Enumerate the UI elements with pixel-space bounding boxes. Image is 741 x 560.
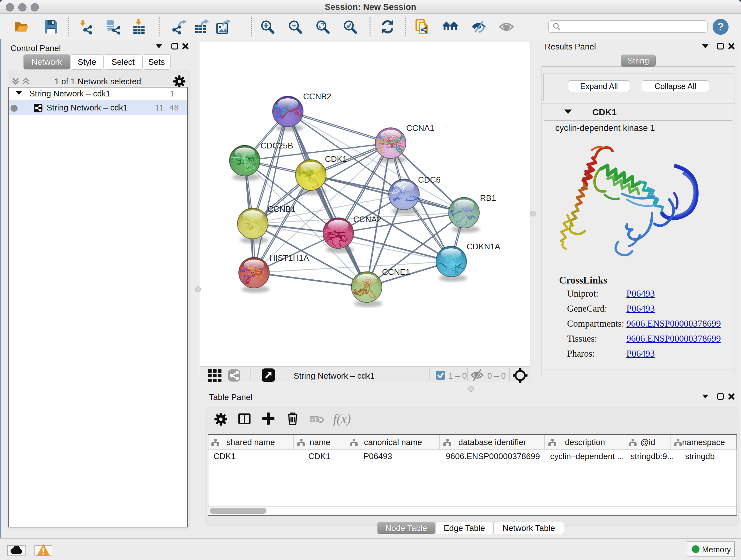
svg-text:?: ? <box>718 20 724 33</box>
svg-text:CDKN1A: CDKN1A <box>467 242 500 251</box>
svg-text:CCNB1: CCNB1 <box>267 204 295 214</box>
svg-text:CCNA2: CCNA2 <box>353 214 381 224</box>
svg-text:CDC6: CDC6 <box>418 175 441 185</box>
svg-text:CDC25B: CDC25B <box>260 141 293 150</box>
svg-text:CCNB2: CCNB2 <box>303 91 331 101</box>
svg-text:HIST1H1A: HIST1H1A <box>269 253 309 263</box>
svg-text:CCNA1: CCNA1 <box>406 123 434 133</box>
svg-text:CDK1: CDK1 <box>325 154 347 164</box>
svg-text:CCNE1: CCNE1 <box>382 267 410 277</box>
svg-text:RB1: RB1 <box>480 193 496 203</box>
